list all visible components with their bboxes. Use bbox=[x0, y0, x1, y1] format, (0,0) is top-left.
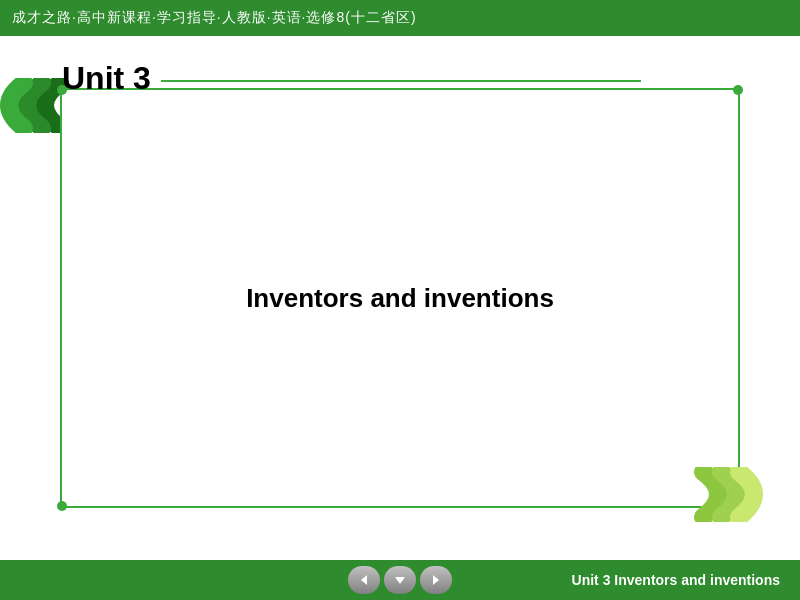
nav-buttons bbox=[348, 566, 452, 594]
top-bar: 成才之路·高中新课程·学习指导·人教版·英语·选修8(十二省区) bbox=[0, 0, 800, 36]
title-separator bbox=[161, 80, 641, 82]
svg-marker-2 bbox=[433, 575, 439, 585]
main-content: Unit 3 Inventors and inventions bbox=[0, 36, 800, 560]
unit-label: Unit 3 bbox=[62, 60, 151, 97]
bottom-bar: Unit 3 Inventors and inventions bbox=[0, 560, 800, 600]
bottom-info-text: Unit 3 Inventors and inventions bbox=[572, 572, 780, 588]
svg-marker-0 bbox=[361, 575, 367, 585]
card-wrapper: Unit 3 Inventors and inventions bbox=[60, 88, 740, 508]
header-title: 成才之路·高中新课程·学习指导·人教版·英语·选修8(十二省区) bbox=[12, 9, 417, 27]
deco-right-chevrons bbox=[693, 467, 768, 526]
prev-button[interactable] bbox=[348, 566, 380, 594]
down-button[interactable] bbox=[384, 566, 416, 594]
corner-dot-tr bbox=[733, 85, 743, 95]
unit-title-area: Unit 3 bbox=[62, 60, 641, 97]
corner-dot-bl bbox=[57, 501, 67, 511]
next-button[interactable] bbox=[420, 566, 452, 594]
nav-buttons-container bbox=[348, 566, 452, 594]
svg-marker-1 bbox=[395, 577, 405, 584]
content-card: Unit 3 Inventors and inventions bbox=[60, 88, 740, 508]
bottom-unit-info: Unit 3 Inventors and inventions bbox=[572, 571, 780, 589]
card-subtitle: Inventors and inventions bbox=[246, 283, 554, 314]
